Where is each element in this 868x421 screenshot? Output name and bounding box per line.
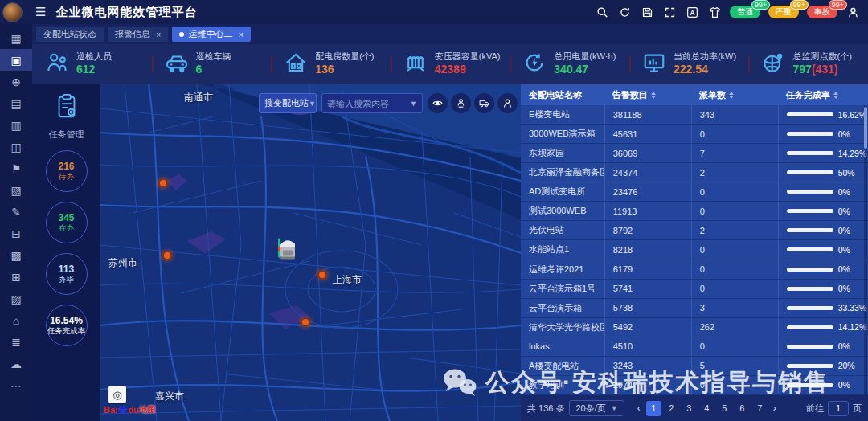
- sidebar-item-archive[interactable]: ⊟: [0, 223, 32, 244]
- sidebar-item-cloud[interactable]: ☁: [0, 353, 32, 374]
- page-1[interactable]: 1: [646, 401, 661, 416]
- task-circle-在办[interactable]: 345在办: [46, 202, 88, 243]
- sidebar-item-overview[interactable]: ▦: [0, 27, 32, 49]
- order-count-cell: 3: [691, 299, 778, 317]
- table-scrollbar[interactable]: [864, 105, 867, 395]
- column-header-告警数目[interactable]: 告警数目: [604, 89, 691, 101]
- language-icon[interactable]: A: [685, 5, 699, 19]
- sidebar-item-table[interactable]: ≣: [0, 331, 32, 353]
- sidebar-item-monitor[interactable]: ▣: [0, 49, 32, 71]
- tab-close-icon[interactable]: ×: [156, 30, 161, 39]
- search-input[interactable]: [327, 99, 410, 108]
- search-input-wrap: ▼: [321, 93, 423, 113]
- hamburger-icon[interactable]: ☰: [35, 5, 46, 19]
- save-icon[interactable]: [640, 5, 654, 19]
- search-type-select[interactable]: 搜变配电站 ▼: [259, 93, 317, 113]
- stat-text: 巡检车辆6: [196, 51, 231, 76]
- alarm-badge-事故[interactable]: 事故99+: [807, 6, 837, 18]
- table-row[interactable]: 教学培训297400%: [521, 376, 868, 395]
- table-row[interactable]: lukas451000%: [521, 337, 868, 357]
- refresh-icon[interactable]: [617, 5, 632, 19]
- page-4[interactable]: 4: [699, 401, 714, 416]
- substation-3d-icon[interactable]: [276, 237, 298, 264]
- sidebar-item-maintenance[interactable]: ✎: [0, 201, 32, 223]
- order-count-cell: 5: [691, 357, 778, 375]
- sidebar-item-copy[interactable]: ◫: [0, 136, 32, 157]
- page-size-select[interactable]: 20条/页 ▼: [569, 400, 624, 416]
- table-row[interactable]: AD测试变电所2347600%: [521, 182, 868, 202]
- sort-icon[interactable]: [729, 92, 734, 99]
- user-icon[interactable]: [845, 5, 860, 19]
- column-header-变配电站名称: 变配电站名称: [521, 89, 604, 101]
- alarm-count-cell: 4510: [604, 337, 691, 356]
- task-circle-任务完成率[interactable]: 16.54%任务完成率: [46, 305, 88, 346]
- page-6[interactable]: 6: [735, 401, 750, 416]
- scrollbar-thumb[interactable]: [864, 107, 867, 149]
- goto-page-input[interactable]: [828, 401, 849, 416]
- table-row[interactable]: 东坝家园36069714.29%: [521, 144, 868, 163]
- person-pin-button[interactable]: [451, 93, 471, 113]
- sidebar-item-camera[interactable]: ▧: [0, 179, 32, 201]
- sort-icon[interactable]: [651, 92, 656, 99]
- station-name-cell: 水能站点1: [521, 243, 604, 255]
- stat-value: 612: [76, 63, 112, 77]
- column-header-任务完成率[interactable]: 任务完成率: [778, 89, 868, 101]
- sidebar-item-alarm[interactable]: ⚑: [0, 157, 32, 179]
- page-7[interactable]: 7: [752, 401, 768, 416]
- house-icon: [284, 51, 308, 78]
- station-marker[interactable]: [162, 251, 172, 260]
- prev-page-arrow[interactable]: ‹: [634, 403, 644, 414]
- sort-icon[interactable]: [833, 92, 838, 99]
- table-row[interactable]: 北京丽泽金融商务区24374250%: [521, 163, 868, 182]
- station-name-cell: A楼变配电站: [521, 360, 604, 372]
- station-marker[interactable]: [301, 317, 310, 327]
- locate-button[interactable]: ◎: [108, 386, 126, 403]
- sidebar-item-files[interactable]: ▤: [0, 92, 32, 114]
- avatar[interactable]: [2, 2, 23, 22]
- task-circle-待办[interactable]: 216待办: [46, 150, 88, 192]
- table-row[interactable]: 运维考评2021617900%: [521, 260, 868, 280]
- truck-button[interactable]: [474, 93, 494, 113]
- page-5[interactable]: 5: [717, 401, 732, 416]
- alarm-count-cell: 45631: [604, 125, 691, 143]
- table-row[interactable]: 光伏电站879220%: [521, 221, 868, 240]
- table-row[interactable]: 测试3000WEB1191300%: [521, 202, 868, 221]
- station-marker[interactable]: [158, 178, 168, 188]
- table-row[interactable]: 云平台演示箱5738333.33%: [521, 299, 868, 318]
- search-icon[interactable]: [595, 5, 609, 19]
- alarm-badge-普通[interactable]: 普通99+: [730, 6, 760, 18]
- sidebar-item-grid[interactable]: ▩: [0, 244, 32, 266]
- column-header-派单数[interactable]: 派单数: [691, 89, 778, 101]
- page-3[interactable]: 3: [682, 401, 697, 416]
- sidebar-item-more[interactable]: ⋯: [0, 374, 32, 396]
- task-circle-label: 办毕: [59, 275, 74, 284]
- sidebar-item-edit[interactable]: ⊞: [0, 266, 32, 288]
- eye-button[interactable]: [428, 93, 448, 113]
- table-row[interactable]: 3000WEB演示箱4563100%: [521, 125, 868, 144]
- theme-icon[interactable]: [707, 5, 722, 19]
- page-2[interactable]: 2: [664, 401, 679, 416]
- tab-运维中心二[interactable]: 运维中心二×: [172, 27, 250, 42]
- tab-变配电站状态[interactable]: 变配电站状态: [36, 27, 104, 42]
- next-page-arrow[interactable]: ›: [770, 403, 780, 414]
- station-name-cell: 光伏电站: [521, 224, 604, 236]
- app-title: 企业微电网能效管理平台: [55, 5, 197, 20]
- table-row[interactable]: A楼变配电站3243520%: [521, 357, 868, 376]
- table-row[interactable]: 清华大学光华路校区549226214.12%: [521, 318, 868, 337]
- fullscreen-icon[interactable]: [662, 5, 677, 19]
- tab-报警信息[interactable]: 报警信息×: [108, 27, 168, 42]
- table-row[interactable]: 云平台演示箱1号574100%: [521, 280, 868, 299]
- station-marker[interactable]: [317, 270, 327, 280]
- stat-label: 总用电量(kW·h): [554, 51, 616, 63]
- table-row[interactable]: E楼变电站38118834316.62%: [521, 105, 868, 125]
- table-row[interactable]: 水能站点1821800%: [521, 240, 868, 260]
- tab-close-icon[interactable]: ×: [238, 30, 243, 39]
- alarm-badge-严重[interactable]: 严重99+: [768, 6, 799, 18]
- person-button[interactable]: [497, 93, 518, 113]
- sidebar-item-home[interactable]: ⌂: [0, 309, 32, 331]
- sidebar-item-chart[interactable]: ▥: [0, 114, 32, 136]
- sidebar-item-document[interactable]: ▨: [0, 288, 32, 309]
- sidebar-item-globe[interactable]: ⊕: [0, 71, 32, 92]
- map-canvas[interactable]: 搜变配电站 ▼ ▼ 南通市苏州市上海市嘉兴市 ◎ Bai: [100, 84, 521, 421]
- task-circle-办毕[interactable]: 113办毕: [46, 253, 88, 295]
